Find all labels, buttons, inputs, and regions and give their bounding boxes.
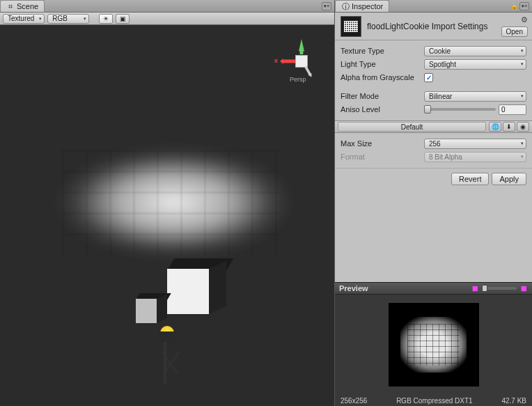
apply-bar: Revert Apply <box>335 168 532 189</box>
color-mode-dropdown[interactable]: RGB <box>47 14 89 24</box>
preview-header[interactable]: Preview ▦ ▩ <box>335 282 532 295</box>
texture-type-label: Texture Type <box>341 47 424 55</box>
filter-mode-value: Bilinear <box>429 93 452 100</box>
scene-toolbar: Textured RGB ☀ ▣ <box>0 13 334 25</box>
sun-icon: ☀ <box>103 15 109 22</box>
gizmo-y-axis[interactable] <box>299 39 304 54</box>
color-mode-value: RGB <box>52 15 68 22</box>
panel-menu-button[interactable]: ▾≡ <box>519 2 529 10</box>
format-dropdown: 8 Bit Alpha <box>424 152 526 162</box>
preview-info-bar: 256x256 RGB Compressed DXT1 42.7 KB <box>335 395 532 406</box>
slider-thumb[interactable] <box>424 105 431 114</box>
platform-standalone-icon[interactable]: ⬇ <box>503 122 515 132</box>
open-button[interactable]: Open <box>501 26 528 37</box>
picture-icon: ▣ <box>120 15 126 22</box>
light-object[interactable] <box>153 325 181 345</box>
platform-web-icon[interactable]: 🌐 <box>489 122 501 132</box>
lock-icon[interactable]: 🔒 <box>510 3 518 10</box>
format-label: Format <box>341 153 424 161</box>
inspector-empty-space <box>335 189 532 282</box>
tripod-pole <box>164 342 166 384</box>
preview-label: Preview <box>339 284 368 292</box>
asset-thumbnail <box>341 16 361 37</box>
scene-tab-label: Scene <box>17 2 38 10</box>
gizmo-x-label: x <box>274 57 278 64</box>
filter-mode-dropdown[interactable]: Bilinear <box>424 91 526 102</box>
alpha-grayscale-label: Alpha from Grayscale <box>341 73 424 81</box>
cookie-texture <box>389 303 479 387</box>
preview-size: 42.7 KB <box>501 397 526 405</box>
info-icon: ⓘ <box>341 2 350 10</box>
revert-button[interactable]: Revert <box>451 173 489 185</box>
max-size-label: Max Size <box>341 139 424 148</box>
preview-dimensions: 256x256 <box>341 397 367 405</box>
platform-bar: Default 🌐 ⬇ ◉ <box>335 120 532 133</box>
inspector-tab-bar: ⓘ Inspector 🔒 ▾≡ <box>335 0 532 13</box>
scene-tab-bar: ⌗ Scene ▾≡ <box>0 0 334 13</box>
scene-tab[interactable]: ⌗ Scene <box>0 0 45 12</box>
max-size-value: 256 <box>429 140 441 148</box>
alpha-toggle-icon[interactable]: ▩ <box>519 284 528 292</box>
cube-object-large[interactable] <box>167 258 226 314</box>
preview-area: 256x256 RGB Compressed DXT1 42.7 KB <box>335 295 532 406</box>
fx-toggle[interactable]: ▣ <box>116 14 130 24</box>
platform-default-tab[interactable]: Default <box>338 122 486 132</box>
aniso-slider[interactable] <box>424 108 496 111</box>
lighting-toggle[interactable]: ☀ <box>99 14 113 24</box>
rgb-toggle-icon[interactable]: ▦ <box>471 284 479 292</box>
light-type-value: Spotlight <box>429 61 456 68</box>
texture-type-value: Cookie <box>429 47 451 55</box>
texture-type-dropdown[interactable]: Cookie <box>424 46 526 56</box>
scene-panel: ⌗ Scene ▾≡ Textured RGB ☀ ▣ <box>0 0 335 406</box>
gizmo-center[interactable] <box>295 55 308 68</box>
format-value: 8 Bit Alpha <box>429 153 462 161</box>
aniso-value[interactable]: 0 <box>499 104 526 115</box>
scene-icon: ⌗ <box>6 2 15 10</box>
preview-canvas[interactable] <box>335 295 532 395</box>
filter-mode-label: Filter Mode <box>341 92 424 100</box>
inspector-panel: ⓘ Inspector 🔒 ▾≡ floodLightCookie Import… <box>335 0 532 406</box>
import-settings: Texture Type Cookie Light Type Spotlight… <box>335 40 532 120</box>
cookie-grid-projection <box>63 150 279 255</box>
gizmo-label: Persp <box>290 76 306 83</box>
inspector-tab[interactable]: ⓘ Inspector <box>335 0 389 12</box>
gear-icon[interactable]: ⚙ <box>521 15 528 24</box>
preview-format: RGB Compressed DXT1 <box>374 397 494 405</box>
max-size-dropdown[interactable]: 256 <box>424 139 526 149</box>
cube-object-small[interactable] <box>136 293 167 325</box>
orientation-gizmo[interactable]: x Persp <box>280 38 322 86</box>
alpha-grayscale-checkbox[interactable]: ✓ <box>424 73 433 82</box>
mip-slider[interactable] <box>482 287 517 290</box>
render-mode-value: Textured <box>8 15 34 22</box>
light-type-label: Light Type <box>341 60 424 68</box>
render-mode-dropdown[interactable]: Textured <box>3 14 45 24</box>
inspector-tab-label: Inspector <box>352 2 383 10</box>
panel-menu-button[interactable]: ▾≡ <box>322 2 331 10</box>
platform-ios-icon[interactable]: ◉ <box>517 122 529 132</box>
scene-view[interactable]: x Persp <box>0 25 334 406</box>
gizmo-x-axis[interactable] <box>280 58 295 64</box>
asset-header: floodLightCookie Import Settings ⚙ Open <box>335 13 532 40</box>
apply-button[interactable]: Apply <box>492 173 526 185</box>
aniso-label: Aniso Level <box>341 105 424 114</box>
light-type-dropdown[interactable]: Spotlight <box>424 59 526 70</box>
platform-settings: Max Size 256 Format 8 Bit Alpha <box>335 133 532 168</box>
slider-thumb[interactable] <box>482 285 487 292</box>
